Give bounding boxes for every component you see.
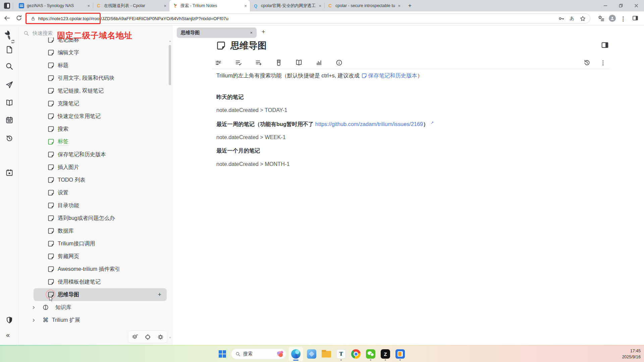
url-input[interactable]: https://note123.cpolar.top/#root/JZDS6bA…: [26, 13, 590, 23]
tab-workspaces-icon[interactable]: [4, 3, 10, 9]
note-icon[interactable]: [216, 41, 226, 50]
note-map-icon[interactable]: [5, 99, 13, 107]
tree-scrollbar-thumb[interactable]: [169, 45, 171, 85]
taskbar-clock[interactable]: 17:45 2025/9/16: [622, 348, 641, 360]
tree-item-tags[interactable]: 标签: [19, 135, 168, 148]
new-tab-button[interactable]: +: [406, 1, 414, 10]
tree-item[interactable]: 标题: [19, 59, 168, 72]
copilot-sidebar-icon[interactable]: [632, 15, 639, 21]
tab-close-icon[interactable]: ×: [164, 4, 166, 8]
search-icon[interactable]: [5, 62, 13, 70]
new-note-tab-button[interactable]: +: [262, 28, 265, 36]
collapse-tree-button[interactable]: «: [6, 331, 10, 339]
taskbar-edge-button[interactable]: [289, 347, 303, 361]
note-size-icon[interactable]: [315, 59, 323, 66]
browser-tab-cpolar-list[interactable]: C 在线隧道列表 - Cpolar ×: [93, 0, 169, 11]
favorites-list-icon[interactable]: [598, 15, 604, 21]
note-revisions-icon[interactable]: [583, 59, 591, 66]
url-text[interactable]: https://note123.cpolar.top/#root/JZDS6bA…: [38, 16, 553, 21]
tree-item[interactable]: 剪藏网页: [19, 250, 168, 263]
today-note-icon[interactable]: [5, 169, 13, 177]
taskbar-capcut-button[interactable]: Z: [379, 347, 391, 361]
jump-to-note-icon[interactable]: [5, 81, 13, 89]
tree-item[interactable]: Awesome-trilium 插件索引: [19, 263, 168, 276]
reload-icon[interactable]: [15, 14, 22, 21]
tree-item[interactable]: 遇到bug或者问题怎么办: [19, 212, 168, 225]
tree-item[interactable]: 保存笔记和历史版本: [19, 148, 168, 161]
note-actions-menu-icon[interactable]: ⋮: [600, 59, 606, 66]
tree-item[interactable]: 插入图片: [19, 161, 168, 174]
tab-close-icon[interactable]: ×: [87, 4, 90, 8]
browser-tab-cpolar-docs[interactable]: C cpolar - secure introspectable tun ×: [324, 0, 404, 11]
note-tab-close-icon[interactable]: ×: [250, 30, 253, 35]
taskbar-typora-button[interactable]: T: [335, 347, 347, 361]
browser-tab-cpolar-site[interactable]: Q cpolar官网-安全的内网穿透工具 ×: [250, 0, 324, 11]
clock-time: 17:45: [622, 348, 641, 354]
add-child-note-button[interactable]: +: [158, 291, 161, 298]
start-button[interactable]: [216, 347, 228, 361]
sync-icon[interactable]: [11, 40, 15, 44]
browser-tab-synology[interactable]: geziNAS - Synology NAS ×: [16, 0, 93, 11]
taskbar-photos-button[interactable]: [306, 347, 318, 361]
recent-changes-icon[interactable]: [5, 134, 13, 142]
translate-icon[interactable]: あ: [570, 15, 574, 21]
note-tab-mindmap[interactable]: 思维导图 ×: [177, 27, 257, 38]
tree-item[interactable]: Trilium接口调用: [19, 237, 168, 250]
internal-note-link[interactable]: 保存笔记和历史版本: [368, 72, 417, 78]
tree-item[interactable]: 数据库: [19, 225, 168, 237]
tree-item[interactable]: 快速定位常用笔记: [19, 110, 168, 123]
tree-item[interactable]: 使用模板创建笔记: [19, 276, 168, 288]
month-heading: 最近一个月的笔记: [216, 147, 260, 155]
tree-item[interactable]: 引用文字, 段落和代码块: [19, 72, 168, 84]
tree-item[interactable]: 笔记链接, 双链笔记: [19, 84, 168, 97]
note-icon: [48, 100, 54, 107]
tree-item[interactable]: 搜索: [19, 123, 168, 135]
profile-avatar[interactable]: [609, 15, 616, 22]
browser-tab-trilium-active[interactable]: 搜索 - Trilium Notes ×: [169, 0, 250, 11]
note-icon: [48, 164, 54, 171]
tab-close-icon[interactable]: ×: [319, 4, 321, 8]
browser-menu-icon[interactable]: ⋮: [620, 15, 626, 22]
note-info-icon[interactable]: [335, 59, 343, 66]
tree-item[interactable]: TODO 列表: [19, 174, 168, 186]
new-note-icon[interactable]: [5, 46, 13, 54]
calendar-icon[interactable]: [5, 116, 13, 124]
taskbar-search-box[interactable]: 搜索: [231, 349, 286, 359]
taskbar-app-button[interactable]: [394, 347, 406, 361]
scrollbar-up-icon[interactable]: ▲: [169, 40, 171, 43]
tab-close-icon[interactable]: ×: [244, 4, 247, 8]
create-split-icon[interactable]: [601, 41, 609, 49]
inherited-attributes-icon[interactable]: [255, 59, 262, 66]
basic-properties-icon[interactable]: [215, 59, 222, 66]
taskbar-explorer-button[interactable]: [320, 347, 332, 361]
scrollbar-down-icon[interactable]: ▼: [169, 336, 171, 339]
taskbar-chrome-button[interactable]: [350, 347, 362, 361]
tree-item-knowledge-base[interactable]: 知识库: [19, 301, 168, 314]
favorite-star-icon[interactable]: [580, 15, 586, 22]
search-highlight-icon: [276, 350, 284, 358]
quick-search[interactable]: 快速搜索: [23, 30, 53, 37]
window-restore-button[interactable]: [613, 0, 629, 11]
note-title[interactable]: 思维导图: [230, 40, 267, 52]
back-icon[interactable]: [3, 14, 11, 22]
taskbar-wechat-button[interactable]: [365, 347, 377, 361]
protected-session-icon[interactable]: [5, 316, 13, 324]
tree-settings-gear-icon[interactable]: [157, 334, 164, 340]
tree-item-mindmap-selected[interactable]: 思维导图 +: [34, 288, 167, 301]
scroll-to-active-icon[interactable]: [145, 334, 151, 340]
password-key-icon[interactable]: [558, 15, 565, 22]
tree-item[interactable]: 编辑文字: [19, 46, 168, 59]
note-map-icon[interactable]: [295, 59, 303, 66]
collapse-all-icon[interactable]: [132, 334, 138, 340]
window-minimize-button[interactable]: [598, 0, 613, 11]
tree-item-trilium-extensions[interactable]: ⌘ Trilium 扩展: [19, 314, 168, 324]
tree-item[interactable]: 设置: [19, 186, 168, 199]
github-issue-link[interactable]: https://github.com/zadam/trilium/issues/…: [315, 121, 423, 127]
blue-orange-app-icon: [395, 349, 405, 359]
window-close-button[interactable]: [629, 0, 644, 11]
tree-item[interactable]: 克隆笔记: [19, 97, 168, 110]
tab-close-icon[interactable]: ×: [398, 4, 400, 8]
tree-item[interactable]: 目录功能: [19, 199, 168, 212]
note-paths-icon[interactable]: [275, 59, 282, 66]
owned-attributes-icon[interactable]: [235, 59, 242, 66]
